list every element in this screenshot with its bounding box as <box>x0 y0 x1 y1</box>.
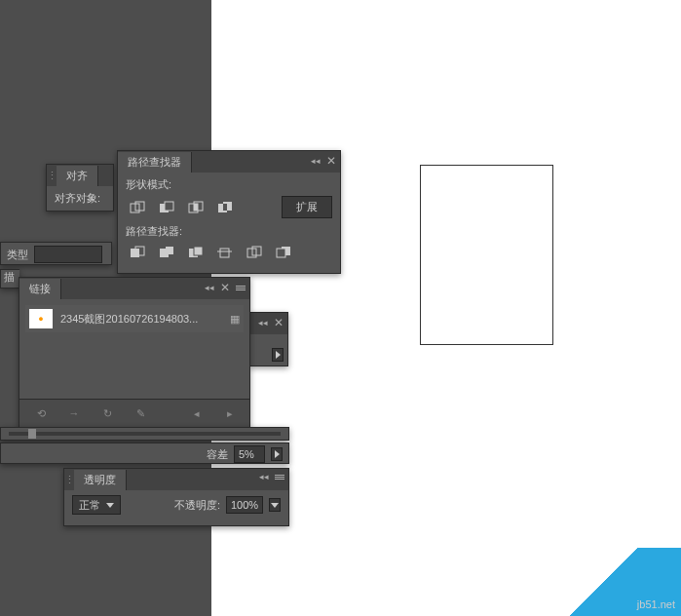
links-panel: 链接 ◂◂ ✕ ● 2345截图20160726194803... ▦ ⟲ → … <box>19 277 250 428</box>
expand-button[interactable]: 扩展 <box>282 196 332 218</box>
blend-mode-select[interactable]: 正常 <box>72 495 121 515</box>
panel-menu-icon[interactable] <box>236 286 246 290</box>
align-objects-label: 对齐对象: <box>55 191 105 206</box>
align-panel: ⋮ 对齐 对齐对象: <box>46 164 114 212</box>
svg-rect-6 <box>194 204 198 211</box>
opacity-input[interactable] <box>226 496 263 514</box>
tolerance-label: 容差 <box>207 447 228 462</box>
blend-mode-value: 正常 <box>79 498 100 513</box>
svg-rect-3 <box>165 202 173 211</box>
close-icon[interactable]: ✕ <box>274 316 284 329</box>
collapse-icon[interactable]: ◂◂ <box>311 156 321 166</box>
background-panel: ◂◂ ✕ <box>249 312 288 366</box>
trim-icon[interactable] <box>155 243 178 262</box>
minus-front-icon[interactable] <box>155 198 178 217</box>
collapse-icon[interactable]: ◂◂ <box>259 472 269 481</box>
link-filename: 2345截图20160726194803... <box>60 312 198 327</box>
collapse-icon[interactable]: ◂◂ <box>258 318 268 327</box>
goto-link-icon[interactable]: → <box>62 404 86 423</box>
tolerance-input[interactable] <box>234 445 265 463</box>
svg-rect-15 <box>194 247 203 255</box>
chevron-right-icon[interactable] <box>271 447 283 461</box>
link-thumbnail: ● <box>29 309 53 328</box>
panel-grip-icon[interactable]: ⋮ <box>64 474 74 486</box>
panel-grip-icon[interactable]: ⋮ <box>47 170 57 182</box>
artboard-rectangle[interactable] <box>420 165 553 345</box>
svg-rect-13 <box>166 247 173 254</box>
unite-icon[interactable] <box>126 198 149 217</box>
embedded-icon: ▦ <box>230 313 240 326</box>
watermark-text: jb51.net <box>637 598 675 610</box>
tab-transparency[interactable]: 透明度 <box>74 470 127 490</box>
chevron-down-icon <box>106 503 114 508</box>
tolerance-panel: 容差 <box>0 443 289 464</box>
update-link-icon[interactable]: ↻ <box>95 404 119 423</box>
slider-strip-1[interactable] <box>0 427 289 441</box>
play-icon[interactable] <box>272 348 284 362</box>
prev-icon[interactable]: ◂ <box>185 404 208 423</box>
pathfinder-panel: 路径查找器 ◂◂ ✕ 形状模式: 扩展 路径查找器: <box>117 150 341 274</box>
opacity-label: 不透明度: <box>174 498 220 513</box>
stroke-label: 描 <box>1 268 18 286</box>
tab-pathfinder[interactable]: 路径查找器 <box>118 152 192 173</box>
type-input[interactable] <box>34 246 102 263</box>
exclude-icon[interactable] <box>213 198 237 217</box>
close-icon[interactable]: ✕ <box>326 154 336 168</box>
relink-icon[interactable]: ⟲ <box>29 404 53 423</box>
crop-icon[interactable] <box>213 243 237 262</box>
edit-original-icon[interactable]: ✎ <box>129 404 152 423</box>
merge-icon[interactable] <box>184 243 208 262</box>
stroke-panel-partial: 描 <box>0 269 19 289</box>
svg-rect-16 <box>220 249 229 257</box>
watermark: jb51.net <box>525 548 681 616</box>
type-panel: 类型 <box>0 242 112 265</box>
type-label: 类型 <box>7 248 28 262</box>
svg-rect-9 <box>223 204 227 211</box>
tab-align[interactable]: 对齐 <box>57 166 98 186</box>
opacity-stepper[interactable] <box>269 498 281 512</box>
transparency-panel: ⋮ 透明度 ◂◂ 正常 不透明度: <box>63 468 289 526</box>
panel-menu-icon[interactable] <box>275 475 284 480</box>
pathfinders-label: 路径查找器: <box>126 224 332 239</box>
tab-links[interactable]: 链接 <box>19 279 61 299</box>
outline-icon[interactable] <box>243 243 266 262</box>
shape-modes-label: 形状模式: <box>126 177 332 192</box>
link-item[interactable]: ● 2345截图20160726194803... ▦ <box>25 305 244 332</box>
collapse-icon[interactable]: ◂◂ <box>205 283 214 292</box>
divide-icon[interactable] <box>126 243 149 262</box>
svg-rect-21 <box>277 249 285 257</box>
intersect-icon[interactable] <box>184 198 208 217</box>
minus-back-icon[interactable] <box>272 243 295 262</box>
next-icon[interactable]: ▸ <box>218 404 242 423</box>
close-icon[interactable]: ✕ <box>220 281 230 294</box>
